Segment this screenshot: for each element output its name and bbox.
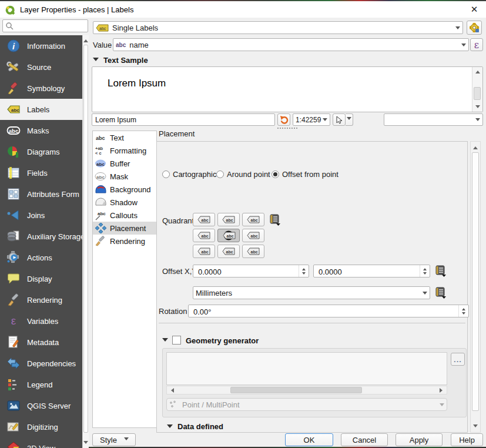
sidebar-item-labels[interactable]: abc Labels xyxy=(0,99,82,120)
tab-callouts[interactable]: abc Callouts xyxy=(93,209,156,222)
close-button[interactable]: ✕ xyxy=(462,4,486,15)
sidebar-item-actions[interactable]: Actions xyxy=(0,247,82,268)
auto-placement-settings-button[interactable] xyxy=(467,21,482,35)
sidebar-item-3d-view[interactable]: 3D View xyxy=(0,437,82,448)
tab-buffer[interactable]: abc Buffer xyxy=(93,157,156,170)
preview-scale-combo[interactable]: 1:42259 xyxy=(293,113,330,126)
scroll-right-arrow[interactable] xyxy=(440,386,445,394)
quadrant-above-left[interactable]: abc xyxy=(193,213,215,226)
offset-x-spinbox[interactable] xyxy=(193,265,309,278)
geometry-generator-checkbox[interactable] xyxy=(172,336,181,345)
scroll-up-arrow[interactable] xyxy=(472,68,482,73)
text-sample-collapse-icon[interactable] xyxy=(93,58,99,64)
ok-label: OK xyxy=(304,436,315,444)
value-field-combo[interactable]: abc name xyxy=(113,38,469,51)
sidebar-item-variables[interactable]: ε Variables xyxy=(0,310,82,332)
scroll-down-arrow[interactable] xyxy=(472,105,482,111)
sidebar-item-joins[interactable]: Joins xyxy=(0,205,82,226)
help-button[interactable]: Help xyxy=(451,433,483,446)
sidebar-item-display[interactable]: Display xyxy=(0,268,82,289)
tab-mask[interactable]: abc Mask xyxy=(93,170,156,183)
quadrant-above[interactable]: abc xyxy=(217,213,240,226)
geometry-type-combo[interactable]: Point / MultiPoint xyxy=(166,398,447,411)
labels-mode-combo[interactable]: abc Single Labels xyxy=(93,21,463,34)
radio-cartographic[interactable]: Cartographic xyxy=(162,170,216,179)
search-input[interactable] xyxy=(2,19,88,32)
quadrant-below-left[interactable]: abc xyxy=(193,245,215,258)
expression-ellipsis-button[interactable]: ... xyxy=(451,353,465,366)
sidebar-item-diagrams[interactable]: Diagrams xyxy=(0,141,82,162)
sidebar-item-dependencies[interactable]: Dependencies xyxy=(0,353,82,374)
scroll-down-arrow[interactable] xyxy=(83,441,89,446)
scroll-down-arrow[interactable] xyxy=(471,424,480,430)
placement-scrollbar[interactable] xyxy=(470,141,481,433)
chevron-down-icon xyxy=(461,44,466,49)
apply-button[interactable]: Apply xyxy=(395,433,443,446)
sidebar-item-symbology[interactable]: Symbology xyxy=(0,78,82,99)
sample-text-input[interactable] xyxy=(92,113,275,126)
rotation-spinbox[interactable] xyxy=(188,305,469,317)
chevron-down-icon xyxy=(440,403,444,409)
offset-y-spinbox[interactable] xyxy=(313,265,430,278)
tab-background[interactable]: Background xyxy=(93,183,156,196)
preview-background-combo[interactable] xyxy=(384,113,483,126)
sidebar-item-digitizing[interactable]: Digitizing xyxy=(0,416,82,437)
sidebar-item-masks[interactable]: abc Masks xyxy=(0,120,82,141)
tab-formatting[interactable]: +ab < c Formatting xyxy=(93,144,156,157)
scrollbar-thumb[interactable] xyxy=(474,87,481,100)
cancel-button[interactable]: Cancel xyxy=(341,433,388,446)
offset-units-combo[interactable]: Millimeters xyxy=(193,286,430,299)
scroll-up-arrow[interactable] xyxy=(471,144,480,149)
sidebar-item-information[interactable]: i Information xyxy=(0,35,82,56)
tab-shadow[interactable]: Shadow xyxy=(93,196,156,209)
data-defined-override-button[interactable] xyxy=(269,214,281,226)
rotation-input[interactable] xyxy=(192,307,418,317)
map-scale-tool-button[interactable] xyxy=(333,113,346,126)
quadrant-left[interactable]: abc xyxy=(193,229,215,242)
quadrant-above-right[interactable]: abc xyxy=(242,213,264,226)
sidebar-item-qgis-server[interactable]: QGIS Server xyxy=(0,395,82,416)
sidebar-scrollbar[interactable] xyxy=(82,35,89,448)
quadrant-below-right[interactable]: abc xyxy=(242,245,264,258)
tab-rendering[interactable]: Rendering xyxy=(93,235,156,248)
sidebar-item-legend[interactable]: Legend xyxy=(0,374,82,395)
data-defined-collapse-icon[interactable] xyxy=(167,424,173,431)
scroll-up-arrow[interactable] xyxy=(83,37,89,42)
scrollbar-thumb[interactable] xyxy=(472,152,479,411)
svg-text:< c: < c xyxy=(95,151,102,156)
quadrant-below[interactable]: abc xyxy=(217,245,240,258)
sample-vertical-scrollbar[interactable] xyxy=(472,67,482,112)
geometry-expression-editor[interactable] xyxy=(166,352,447,385)
scrollbar-thumb[interactable] xyxy=(83,45,88,433)
scrollbar-thumb[interactable] xyxy=(230,387,362,393)
map-scale-tool-dropdown[interactable] xyxy=(346,113,353,126)
sidebar-item-source[interactable]: Source xyxy=(0,56,82,78)
spin-arrows[interactable] xyxy=(420,265,430,277)
ok-button[interactable]: OK xyxy=(285,433,333,446)
expression-builder-button[interactable]: ε xyxy=(470,38,483,51)
data-defined-override-button[interactable] xyxy=(435,287,447,299)
scroll-left-arrow[interactable] xyxy=(169,386,174,394)
data-defined-override-button[interactable] xyxy=(435,265,447,277)
splitter-handle[interactable] xyxy=(277,128,297,129)
quadrant-right[interactable]: abc xyxy=(242,229,264,242)
sidebar-item-auxiliary-storage[interactable]: Auxiliary Storage xyxy=(0,226,82,247)
geometry-generator-collapse-icon[interactable] xyxy=(162,338,168,345)
spin-arrows[interactable] xyxy=(458,305,468,317)
radio-around-point[interactable]: Around point xyxy=(216,170,270,179)
tab-text[interactable]: abc Text xyxy=(93,131,156,144)
sidebar-item-metadata[interactable]: Metadata xyxy=(0,332,82,353)
spin-arrows[interactable] xyxy=(299,265,309,277)
tab-placement[interactable]: Placement xyxy=(93,222,156,235)
offset-x-input[interactable] xyxy=(197,267,287,277)
style-menu-button[interactable]: Style xyxy=(92,433,136,446)
sidebar-item-rendering[interactable]: Rendering xyxy=(0,289,82,310)
quadrant-over-selected[interactable]: abc xyxy=(217,229,240,242)
radio-offset-from-point[interactable]: Offset from point xyxy=(272,170,338,179)
sidebar-item-fields[interactable]: Fields xyxy=(0,162,82,183)
expression-horizontal-scrollbar[interactable] xyxy=(166,386,447,394)
svg-text:abc: abc xyxy=(202,218,209,222)
sidebar-item-attributes-form[interactable]: Attributes Form xyxy=(0,183,82,205)
reset-sample-button[interactable] xyxy=(277,113,290,126)
offset-y-input[interactable] xyxy=(317,267,408,277)
